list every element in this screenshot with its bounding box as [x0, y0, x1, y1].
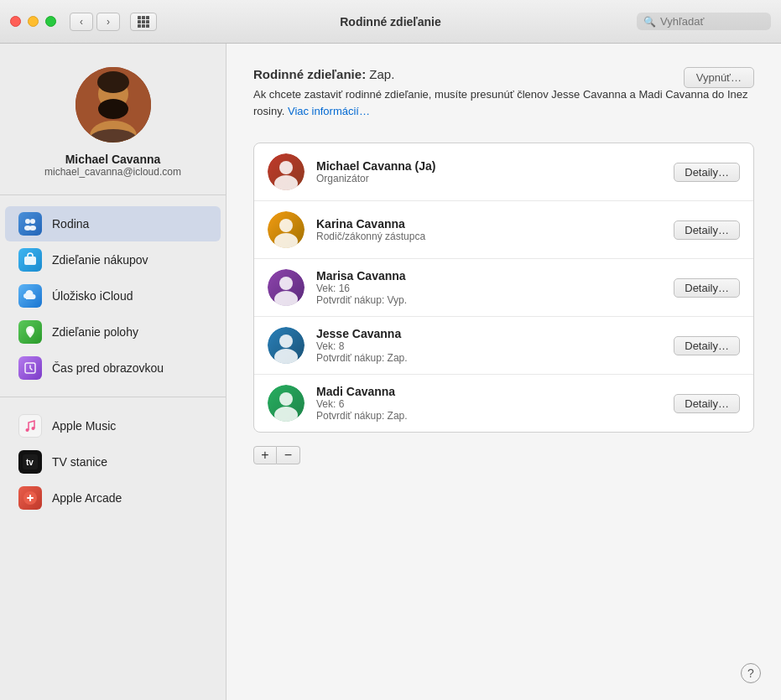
svg-text:tv: tv [26, 458, 34, 467]
turn-off-button[interactable]: Vypnúť… [684, 67, 754, 88]
add-member-button[interactable]: + [253, 446, 277, 464]
member-name: Marisa Cavanna [316, 269, 662, 283]
svg-point-28 [279, 334, 293, 348]
status-value: Zap. [369, 67, 394, 81]
member-role: Rodič/zákonný zástupca [316, 231, 662, 242]
member-info: Madi CavannaVek: 6 Potvrdiť nákup: Zap. [316, 385, 662, 422]
sidebar-item-screen[interactable]: Čas pred obrazovkou [5, 350, 221, 386]
member-role: Vek: 6 Potvrdiť nákup: Zap. [316, 398, 662, 422]
sidebar-bottom-section: Apple Music tv TV stanice Apple Arcade [0, 397, 226, 526]
member-role: Organizátor [316, 173, 662, 184]
sidebar-item-arcade[interactable]: Apple Arcade [5, 480, 221, 516]
sidebar-item-icloud[interactable]: Úložisko iCloud [5, 278, 221, 314]
sidebar-item-label-poloha: Zdieľanie polohy [52, 325, 138, 339]
member-info: Marisa CavannaVek: 16 Potvrdiť nákup: Vy… [316, 269, 662, 306]
svg-rect-10 [24, 257, 36, 265]
member-avatar [268, 211, 305, 248]
grid-icon [138, 16, 149, 28]
purchase-icon [18, 248, 42, 272]
music-icon [18, 414, 42, 438]
svg-point-13 [26, 428, 29, 432]
help-button[interactable]: ? [741, 663, 761, 683]
members-list: Michael Cavanna (Ja)OrganizátorDetaily… … [253, 143, 754, 433]
sidebar-item-tv[interactable]: tv TV stanice [5, 444, 221, 480]
window-title: Rodinné zdieľanie [340, 15, 441, 29]
member-details-button[interactable]: Detaily… [674, 394, 740, 413]
window-controls [10, 16, 56, 27]
forward-button[interactable]: › [96, 13, 120, 31]
svg-point-25 [279, 277, 293, 290]
close-button[interactable] [10, 16, 21, 27]
member-avatar [268, 385, 305, 422]
svg-point-31 [279, 392, 293, 406]
member-details-button[interactable]: Detaily… [674, 220, 740, 240]
sidebar-item-label-icloud: Úložisko iCloud [52, 289, 133, 303]
member-row: Madi CavannaVek: 6 Potvrdiť nákup: Zap.D… [254, 375, 753, 432]
member-avatar [268, 269, 305, 306]
member-details-button[interactable]: Detaily… [674, 163, 740, 182]
back-button[interactable]: ‹ [70, 13, 93, 31]
more-info-link[interactable]: Viac informácií… [288, 105, 370, 117]
member-name: Jesse Cavanna [316, 327, 662, 340]
svg-point-3 [98, 99, 128, 119]
profile-email: michael_cavanna@icloud.com [44, 166, 181, 178]
sidebar-item-label-screen: Čas pred obrazovkou [52, 361, 164, 375]
member-name: Karina Cavanna [316, 217, 662, 231]
actions-bar: + − [253, 446, 754, 464]
panel-header: Rodinné zdieľanie: Zap. Ak chcete zastav… [253, 67, 754, 132]
sidebar-item-label-nakupy: Zdieľanie nákupov [52, 253, 148, 267]
sidebar-item-label-rodina: Rodina [52, 217, 89, 231]
family-icon [18, 212, 42, 236]
sidebar-item-label-music: Apple Music [52, 419, 116, 433]
svg-point-9 [29, 226, 36, 231]
tv-icon: tv [18, 450, 42, 474]
member-role: Vek: 8 Potvrdiť nákup: Zap. [316, 340, 662, 364]
profile-name: Michael Cavanna [65, 153, 161, 166]
search-icon: 🔍 [643, 16, 656, 28]
sidebar-item-label-tv: TV stanice [52, 455, 107, 469]
member-row: Michael Cavanna (Ja)OrganizátorDetaily… [254, 143, 753, 201]
member-name: Madi Cavanna [316, 385, 662, 398]
svg-point-22 [279, 219, 293, 232]
member-details-button[interactable]: Detaily… [674, 278, 740, 298]
remove-member-button[interactable]: − [277, 446, 300, 464]
arcade-icon [18, 486, 42, 510]
nav-buttons: ‹ › [70, 13, 120, 31]
sidebar-item-rodina[interactable]: Rodina [5, 206, 221, 241]
member-row: Jesse CavannaVek: 8 Potvrdiť nákup: Zap.… [254, 317, 753, 375]
profile-section: Michael Cavanna michael_cavanna@icloud.c… [0, 44, 226, 195]
screen-icon [18, 356, 42, 380]
grid-button[interactable] [130, 13, 157, 31]
member-avatar [268, 327, 305, 364]
sidebar-item-label-arcade: Apple Arcade [52, 491, 122, 505]
minimize-button[interactable] [28, 16, 39, 27]
member-details-button[interactable]: Detaily… [674, 336, 740, 355]
sidebar-item-nakupy[interactable]: Zdieľanie nákupov [5, 242, 221, 277]
member-role: Vek: 16 Potvrdiť nákup: Vyp. [316, 283, 662, 306]
sidebar-item-music[interactable]: Apple Music [5, 408, 221, 443]
svg-point-7 [30, 219, 35, 224]
location-icon [18, 320, 42, 344]
panel-status: Rodinné zdieľanie: Zap. [253, 67, 754, 81]
main-content: Michael Cavanna michael_cavanna@icloud.c… [0, 44, 781, 700]
member-avatar [268, 153, 305, 190]
search-input[interactable] [660, 15, 761, 28]
svg-point-6 [25, 219, 30, 224]
svg-point-19 [279, 161, 293, 174]
maximize-button[interactable] [45, 16, 56, 27]
member-info: Michael Cavanna (Ja)Organizátor [316, 159, 662, 184]
svg-point-2 [97, 71, 129, 93]
member-info: Karina CavannaRodič/zákonný zástupca [316, 217, 662, 242]
sidebar-item-poloha[interactable]: Zdieľanie polohy [5, 314, 221, 350]
search-box[interactable]: 🔍 [637, 13, 771, 30]
member-info: Jesse CavannaVek: 8 Potvrdiť nákup: Zap. [316, 327, 662, 364]
titlebar: ‹ › Rodinné zdieľanie 🔍 [0, 0, 781, 44]
member-row: Marisa CavannaVek: 16 Potvrdiť nákup: Vy… [254, 259, 753, 317]
avatar [75, 67, 151, 143]
main-panel: Rodinné zdieľanie: Zap. Ak chcete zastav… [226, 44, 781, 700]
svg-point-14 [32, 427, 35, 430]
sidebar: Michael Cavanna michael_cavanna@icloud.c… [0, 44, 226, 700]
panel-description: Ak chcete zastaviť rodinné zdieľanie, mu… [253, 86, 754, 119]
status-label: Rodinné zdieľanie: [253, 67, 366, 81]
sidebar-top-nav: Rodina Zdieľanie nákupov Úložisko iCloud… [0, 195, 226, 397]
